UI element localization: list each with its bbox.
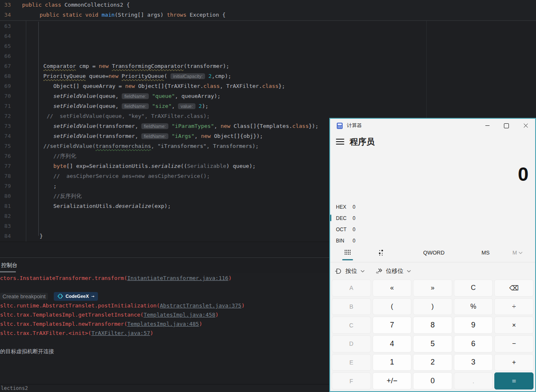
bit-toggle-icon — [378, 250, 384, 256]
key-3[interactable]: 3 — [454, 354, 493, 371]
code-text: setFieldValue(transformer, fieldName: "i… — [53, 131, 263, 141]
key-0[interactable]: 0 — [413, 372, 452, 390]
key-7[interactable]: 7 — [373, 317, 412, 334]
key-f: F — [332, 372, 371, 390]
line-number: 69 — [0, 81, 11, 91]
radix-row-oct[interactable]: OCT0 — [330, 224, 535, 235]
key-b: B — [332, 298, 371, 315]
line-number: 33 — [0, 0, 11, 10]
key-2[interactable]: 2 — [413, 354, 452, 371]
key-left-shift[interactable]: « — [373, 280, 412, 297]
word-size-button[interactable]: QWORD — [413, 246, 455, 260]
code-text: //序列化 — [53, 151, 76, 161]
line-number: 75 — [0, 141, 11, 151]
minimize-button[interactable] — [478, 119, 497, 132]
key-1[interactable]: 1 — [373, 354, 412, 371]
maximize-icon — [504, 123, 509, 128]
stack-trace-line: sltc.runtime.AbstractTranslet.postInitia… — [0, 302, 245, 309]
line-number: 82 — [0, 211, 11, 221]
vm-disconnect-message: 的目标虚拟机断开连接 — [0, 348, 54, 355]
stack-trace-link[interactable]: TemplatesImpl.java:485 — [127, 321, 199, 327]
key-open-paren[interactable]: ( — [373, 298, 412, 315]
line-number: 66 — [0, 51, 11, 61]
code-line: 63 — [0, 21, 536, 31]
tab-console[interactable]: 控制台 — [1, 258, 18, 272]
close-button[interactable] — [516, 119, 535, 132]
code-text: PriorityQueue queue=new PriorityQueue( i… — [43, 71, 231, 81]
code-line: 65 — [0, 41, 536, 51]
radix-label: HEX — [336, 204, 353, 210]
code-line: 34public static void main(String[] args)… — [0, 10, 536, 20]
key-9[interactable]: 9 — [454, 317, 493, 334]
line-number: 76 — [0, 151, 11, 161]
code-line: 64 — [0, 31, 536, 41]
key-minus[interactable]: − — [494, 335, 533, 352]
code-text: SerializationUtils.deserialize(exp); — [53, 201, 171, 211]
key-5[interactable]: 5 — [413, 335, 452, 352]
code-line: 69Object[] queueArray = new Object[]{TrA… — [0, 81, 536, 91]
line-number: 64 — [0, 31, 11, 41]
bit-toggle-keypad-toggle[interactable] — [373, 246, 388, 260]
radix-row-bin[interactable]: BIN0 — [330, 235, 535, 246]
key-negate[interactable]: +/− — [373, 372, 412, 390]
codegeex-button[interactable]: CodeGeeX → — [54, 292, 98, 301]
stack-trace-link[interactable]: InstantiateTransformer.java:116 — [127, 275, 228, 281]
code-text: // setFieldValue(queue, "key", TrAXFilte… — [47, 111, 210, 121]
code-line: 70setFieldValue(queue, fieldName: "queue… — [0, 91, 536, 101]
stack-trace-line: sltc.trax.TemplatesImpl.getTransletInsta… — [0, 312, 218, 318]
stack-trace-link[interactable]: AbstractTranslet.java:375 — [160, 302, 242, 309]
memory-menu-button[interactable]: M — [505, 246, 530, 260]
key-right-shift[interactable]: » — [413, 280, 452, 297]
code-text: byte[] exp=SerializationUtils.serialize(… — [53, 161, 255, 171]
line-number: 68 — [0, 71, 11, 81]
key-plus[interactable]: + — [494, 354, 533, 371]
code-text: //反序列化 — [53, 191, 82, 201]
key-percent[interactable]: % — [454, 298, 493, 315]
calculator-display: 0 — [330, 162, 528, 187]
key-close-paren[interactable]: ) — [413, 298, 452, 315]
key-backspace[interactable]: ⌫ — [494, 280, 533, 297]
bitwise-dropdown[interactable]: 按位 — [335, 267, 365, 275]
key-equals[interactable]: = — [494, 372, 533, 390]
key-divide[interactable]: ÷ — [494, 298, 533, 315]
stack-trace-link[interactable]: TemplatesImpl.java:458 — [143, 312, 215, 318]
key-6[interactable]: 6 — [454, 335, 493, 352]
line-number: 63 — [0, 21, 11, 31]
line-number: 77 — [0, 161, 11, 171]
key-clear[interactable]: C — [454, 280, 493, 297]
stack-trace-link[interactable]: TrAXFilter.java:57 — [91, 330, 150, 336]
line-number: 71 — [0, 101, 11, 111]
bit-shift-icon — [376, 268, 383, 274]
maximize-button[interactable] — [497, 119, 516, 132]
bit-operations-row: 按位 位移位 — [330, 265, 535, 278]
code-line: 68PriorityQueue queue=new PriorityQueue(… — [0, 71, 536, 81]
line-number: 79 — [0, 181, 11, 191]
arrow-right-icon: → — [91, 293, 94, 299]
radix-row-hex[interactable]: HEX0 — [330, 201, 535, 212]
create-breakpoint-hint[interactable]: Create breakpoint — [0, 293, 48, 300]
line-number: 84 — [0, 231, 11, 241]
calculator-keypad: A«»C⌫B()%÷C789×D456−E123+F+/−0.= — [332, 280, 533, 390]
bitshift-dropdown[interactable]: 位移位 — [376, 267, 411, 275]
code-line: 67Comparator cmp = new TransformingCompa… — [0, 61, 536, 71]
calculator-window: 计算器 程序员 0 HEX0DEC0OCT0BIN0 QWORD MS M — [329, 118, 536, 392]
line-number: 74 — [0, 131, 11, 141]
code-line: 71setFieldValue(queue, fieldName: "size"… — [0, 101, 536, 111]
key-e: E — [332, 354, 371, 371]
radix-value: 0 — [353, 227, 356, 232]
code-text: //setFieldValue(transformerchains, "iTra… — [43, 141, 259, 151]
key-multiply[interactable]: × — [494, 317, 533, 334]
code-text: // aesCipherService aes=new aesCipherSer… — [53, 171, 210, 181]
calculator-title-bar[interactable]: 计算器 — [330, 119, 535, 132]
hamburger-menu-icon[interactable] — [336, 139, 344, 145]
code-text: setFieldValue(queue, fieldName: "size", … — [53, 101, 208, 111]
key-d: D — [332, 335, 371, 352]
key-8[interactable]: 8 — [413, 317, 452, 334]
key-4[interactable]: 4 — [373, 335, 412, 352]
code-line: 33public class CommonCollections2 { — [0, 0, 536, 10]
memory-store-button[interactable]: MS — [473, 246, 498, 260]
chevron-down-icon — [407, 270, 411, 272]
full-keypad-toggle[interactable] — [340, 246, 355, 260]
radix-row-dec[interactable]: DEC0 — [330, 212, 535, 224]
code-line: 66 — [0, 51, 536, 61]
